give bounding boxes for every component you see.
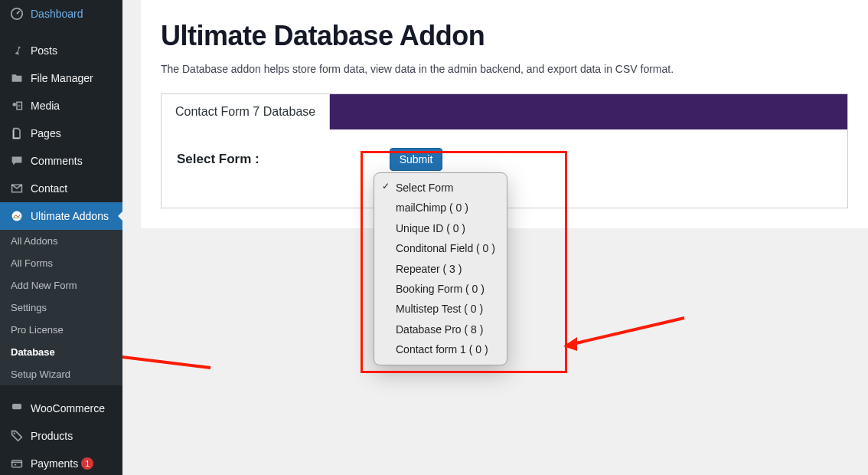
form-select-dropdown[interactable]: Select Form mailChimp ( 0 ) Unique ID ( …	[374, 172, 507, 365]
sidebar-item-label: Comments	[31, 155, 83, 167]
dropdown-option[interactable]: Contact form 1 ( 0 )	[374, 339, 507, 359]
dashboard-icon	[9, 6, 24, 21]
sidebar-item-payments[interactable]: Payments 1	[0, 450, 122, 475]
sidebar-item-label: Products	[31, 430, 73, 442]
select-form-label: Select Form :	[177, 152, 259, 167]
tab-cf7-database[interactable]: Contact Form 7 Database	[162, 94, 330, 129]
dropdown-option[interactable]: mailChimp ( 0 )	[374, 198, 507, 218]
sidebar-item-contact[interactable]: Contact	[0, 175, 122, 202]
sidebar-item-posts[interactable]: Posts	[0, 37, 122, 64]
svg-rect-5	[12, 460, 22, 467]
media-icon	[9, 98, 24, 113]
payments-badge: 1	[81, 457, 93, 470]
svg-rect-3	[12, 404, 21, 409]
sidebar-item-label: Payments	[31, 457, 78, 470]
submenu-pro-license[interactable]: Pro License	[0, 319, 122, 341]
sidebar-item-comments[interactable]: Comments	[0, 147, 122, 175]
pages-icon	[9, 126, 24, 141]
comment-icon	[9, 153, 24, 169]
products-icon	[9, 428, 24, 444]
sidebar-item-woocommerce[interactable]: WooCommerce	[0, 395, 122, 422]
dropdown-option[interactable]: Booking Form ( 0 )	[374, 279, 507, 299]
submenu-add-new-form[interactable]: Add New Form	[0, 274, 122, 296]
sidebar-item-label: Media	[31, 100, 60, 112]
page-description: The Database addon helps store form data…	[161, 63, 848, 75]
dropdown-option[interactable]: Conditonal Field ( 0 )	[374, 238, 507, 258]
submit-button[interactable]: Submit	[390, 148, 443, 171]
submenu-all-addons[interactable]: All Addons	[0, 230, 122, 252]
sidebar-item-pages[interactable]: Pages	[0, 120, 122, 147]
sidebar-item-label: Posts	[31, 44, 57, 57]
submenu-setup-wizard[interactable]: Setup Wizard	[0, 363, 122, 385]
dropdown-option[interactable]: Repeater ( 3 )	[374, 259, 507, 279]
submenu-settings[interactable]: Settings	[0, 296, 122, 319]
dropdown-option[interactable]: Multistep Test ( 0 )	[374, 299, 507, 319]
envelope-icon	[9, 181, 24, 196]
tabs-bar: Contact Form 7 Database	[161, 93, 848, 129]
submenu-database[interactable]: Database	[0, 341, 122, 363]
submenu-all-forms[interactable]: All Forms	[0, 252, 122, 274]
sidebar-item-label: Dashboard	[31, 8, 83, 20]
sidebar-item-label: Pages	[31, 127, 61, 139]
folder-icon	[9, 70, 24, 86]
sidebar-item-label: Contact	[31, 182, 67, 195]
sidebar-item-label: WooCommerce	[31, 402, 105, 414]
dropdown-option[interactable]: Unique ID ( 0 )	[374, 218, 507, 238]
main-content: Ultimate Database Addon The Database add…	[122, 0, 868, 475]
dropdown-option[interactable]: Select Form	[374, 178, 507, 198]
sidebar-item-products[interactable]: Products	[0, 422, 122, 450]
sidebar-item-media[interactable]: Media	[0, 92, 122, 120]
sidebar-item-ultimate-addons[interactable]: Ultimate Addons	[0, 202, 122, 230]
payments-icon	[9, 456, 24, 471]
page-title: Ultimate Database Addon	[161, 20, 848, 52]
sidebar-submenu: All Addons All Forms Add New Form Settin…	[0, 230, 122, 385]
sidebar-item-file-manager[interactable]: File Manager	[0, 64, 122, 92]
sidebar-item-label: File Manager	[31, 72, 93, 84]
woo-icon	[9, 401, 24, 416]
sidebar-item-label: Ultimate Addons	[31, 210, 109, 222]
svg-point-1	[12, 103, 16, 106]
addon-icon	[9, 208, 24, 224]
admin-sidebar: Dashboard Posts File Manager Media Pages…	[0, 0, 122, 475]
svg-point-4	[14, 433, 15, 434]
sidebar-item-dashboard[interactable]: Dashboard	[0, 0, 122, 28]
pin-icon	[9, 43, 24, 58]
dropdown-option[interactable]: Database Pro ( 8 )	[374, 319, 507, 339]
